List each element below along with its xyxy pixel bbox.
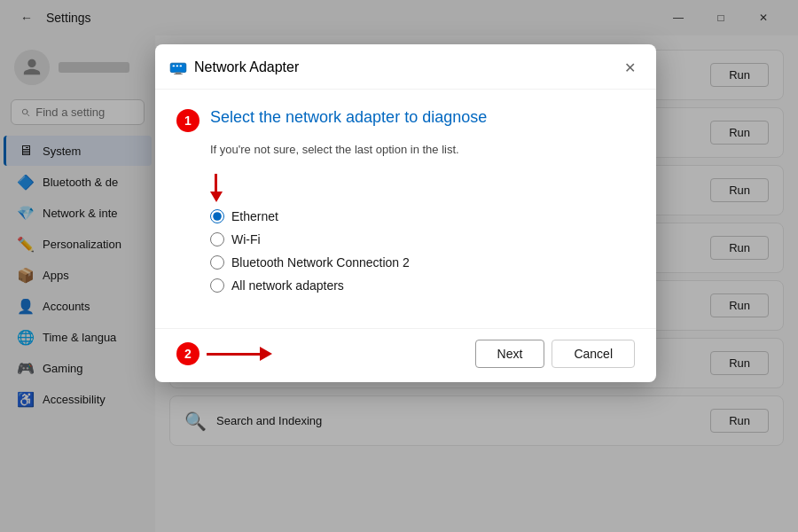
svg-rect-1 — [173, 66, 175, 67]
radio-ethernet[interactable]: Ethernet — [210, 209, 635, 223]
radio-group: Ethernet Wi-Fi Bluetooth Network Connect… — [210, 209, 635, 293]
radio-bluetooth-net[interactable]: Bluetooth Network Connection 2 — [210, 255, 635, 270]
dialog-heading: Select the network adapter to diagnose — [210, 107, 487, 128]
radio-wifi[interactable]: Wi-Fi — [210, 232, 635, 246]
network-adapter-dialog: Network Adapter ✕ 1 Select the network a… — [155, 44, 656, 382]
radio-ethernet-input[interactable] — [210, 209, 224, 223]
svg-rect-2 — [176, 66, 178, 67]
radio-wifi-input[interactable] — [210, 232, 224, 246]
radio-bluetooth-net-input[interactable] — [210, 255, 224, 270]
dialog-body: 1 Select the network adapter to diagnose… — [155, 90, 656, 328]
dialog-subtitle: If you're not sure, select the last opti… — [210, 143, 635, 156]
footer-annotation: 2 — [176, 342, 272, 365]
step-header: 1 Select the network adapter to diagnose — [176, 107, 635, 132]
radio-all-adapters-label: All network adapters — [231, 278, 344, 293]
dialog-footer: 2 Next Cancel — [155, 328, 656, 382]
radio-bluetooth-net-label: Bluetooth Network Connection 2 — [231, 255, 410, 270]
radio-all-adapters[interactable]: All network adapters — [210, 278, 635, 293]
cancel-button[interactable]: Cancel — [552, 340, 635, 368]
annotation-arrow-right — [207, 347, 272, 361]
svg-rect-5 — [174, 74, 183, 74]
adapter-icon — [169, 60, 187, 74]
radio-wifi-label: Wi-Fi — [231, 232, 261, 246]
dialog-title-content: Network Adapter — [169, 59, 299, 76]
next-button[interactable]: Next — [475, 340, 545, 368]
dialog-titlebar: Network Adapter ✕ — [155, 44, 656, 90]
radio-all-adapters-input[interactable] — [210, 278, 224, 293]
dialog-close-button[interactable]: ✕ — [617, 55, 642, 80]
dialog-title-text: Network Adapter — [194, 59, 299, 75]
svg-rect-3 — [180, 66, 182, 67]
step1-badge: 1 — [176, 109, 200, 132]
svg-rect-0 — [170, 63, 186, 72]
dialog-network-icon — [169, 59, 187, 76]
annotation-arrow-down — [210, 174, 237, 202]
step2-badge: 2 — [176, 342, 200, 365]
radio-ethernet-label: Ethernet — [231, 209, 278, 223]
